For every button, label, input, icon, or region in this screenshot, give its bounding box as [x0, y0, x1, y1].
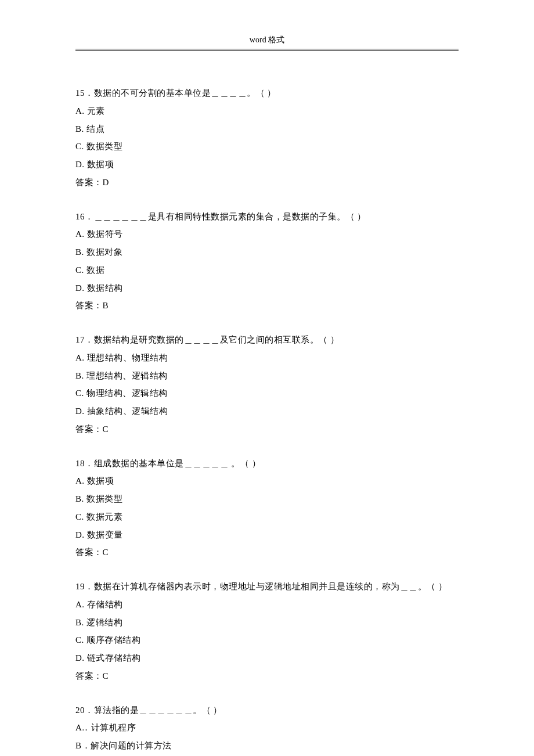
- option-c: C. 数据: [75, 261, 459, 279]
- option-d: D. 数据项: [75, 156, 459, 174]
- option-c: C. 数据元素: [75, 508, 459, 526]
- question-18: 18．组成数据的基本单位是＿＿＿＿＿ 。（ ） A. 数据项 B. 数据类型 C…: [75, 455, 459, 562]
- answer-text: 答案：D: [75, 174, 459, 192]
- option-c: C. 物理结构、逻辑结构: [75, 384, 459, 402]
- option-a: A．计算机程序: [75, 719, 459, 737]
- question-stem: 19．数据在计算机存储器内表示时，物理地址与逻辑地址相同并且是连续的，称为＿＿。…: [75, 578, 459, 596]
- option-b: B. 结点: [75, 120, 459, 138]
- option-c: C. 数据类型: [75, 138, 459, 156]
- question-15: 15．数据的不可分割的基本单位是＿＿＿＿。（ ） A. 元素 B. 结点 C. …: [75, 84, 459, 192]
- answer-text: 答案：C: [75, 543, 459, 561]
- answer-text: 答案：C: [75, 420, 459, 438]
- question-16: 16．＿＿＿＿＿＿是具有相同特性数据元素的集合，是数据的子集。（ ） A. 数据…: [75, 208, 459, 315]
- footer-dots: .. ..: [75, 723, 109, 733]
- option-a: A. 数据项: [75, 472, 459, 490]
- content-area: 15．数据的不可分割的基本单位是＿＿＿＿。（ ） A. 元素 B. 结点 C. …: [75, 84, 459, 755]
- answer-text: 答案：C: [75, 667, 459, 685]
- option-b: B. 数据对象: [75, 243, 459, 261]
- option-d: D. 链式存储结构: [75, 649, 459, 667]
- option-a: A. 理想结构、物理结构: [75, 349, 459, 367]
- option-b: B．解决问题的计算方法: [75, 737, 459, 755]
- option-a: A. 数据符号: [75, 225, 459, 243]
- question-20: 20．算法指的是＿＿＿＿＿＿。（ ） A．计算机程序 B．解决问题的计算方法: [75, 701, 459, 755]
- option-b: B. 逻辑结构: [75, 614, 459, 632]
- option-a: A. 存储结构: [75, 596, 459, 614]
- question-stem: 18．组成数据的基本单位是＿＿＿＿＿ 。（ ）: [75, 455, 459, 473]
- question-17: 17．数据结构是研究数据的＿＿＿＿及它们之间的相互联系。（ ） A. 理想结构、…: [75, 331, 459, 438]
- option-a: A. 元素: [75, 102, 459, 120]
- option-d: D. 抽象结构、逻辑结构: [75, 402, 459, 420]
- option-c: C. 顺序存储结构: [75, 631, 459, 649]
- question-stem: 20．算法指的是＿＿＿＿＿＿。（ ）: [75, 701, 459, 719]
- document-page: word 格式 15．数据的不可分割的基本单位是＿＿＿＿。（ ） A. 元素 B…: [0, 0, 534, 756]
- option-d: D. 数据结构: [75, 279, 459, 297]
- question-stem: 17．数据结构是研究数据的＿＿＿＿及它们之间的相互联系。（ ）: [75, 331, 459, 349]
- question-stem: 15．数据的不可分割的基本单位是＿＿＿＿。（ ）: [75, 84, 459, 102]
- option-d: D. 数据变量: [75, 526, 459, 544]
- option-b: B. 数据类型: [75, 490, 459, 508]
- question-stem: 16．＿＿＿＿＿＿是具有相同特性数据元素的集合，是数据的子集。（ ）: [75, 208, 459, 226]
- header-underline: [75, 50, 459, 51]
- answer-text: 答案：B: [75, 297, 459, 315]
- page-header: word 格式: [75, 35, 459, 49]
- header-text: word 格式: [250, 35, 284, 44]
- question-19: 19．数据在计算机存储器内表示时，物理地址与逻辑地址相同并且是连续的，称为＿＿。…: [75, 578, 459, 685]
- option-b: B. 理想结构、逻辑结构: [75, 367, 459, 385]
